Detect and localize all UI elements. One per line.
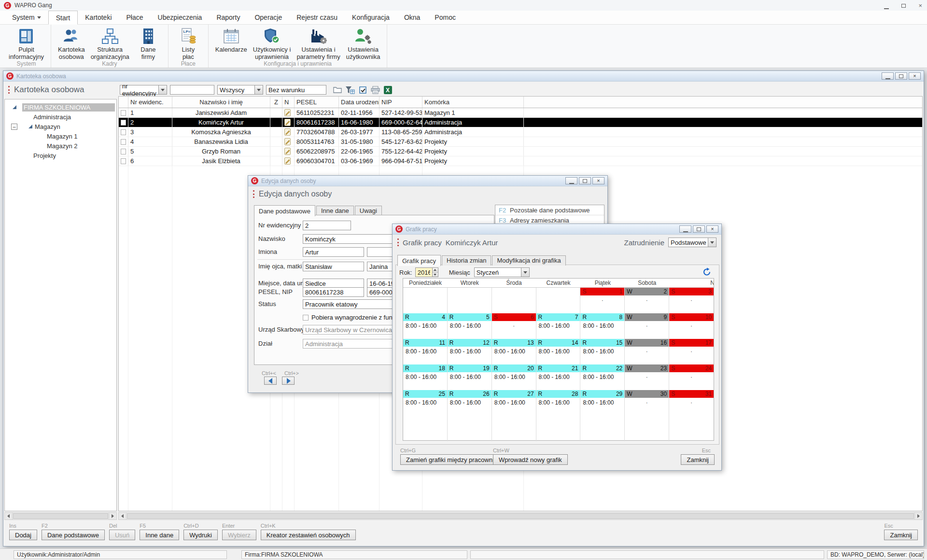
calendar-day-cell[interactable]: R58:00 - 16:00 <box>448 313 492 339</box>
scroll-right-icon[interactable] <box>109 513 116 519</box>
calendar-day-cell[interactable]: R148:00 - 16:00 <box>536 339 581 364</box>
wydruki-button[interactable]: Wydruki <box>183 530 218 540</box>
calendar-day-cell[interactable] <box>536 288 581 313</box>
calendar-day-cell[interactable]: W2· <box>625 288 669 313</box>
prev-record-button[interactable] <box>264 377 277 385</box>
calendar-day-cell[interactable]: W9· <box>625 313 669 339</box>
minimize-icon[interactable] <box>884 2 889 9</box>
excel-icon[interactable]: X <box>382 85 393 94</box>
rok-input[interactable] <box>415 267 433 277</box>
tab-uwagi[interactable]: Uwagi <box>355 206 382 216</box>
fundusz-checkbox[interactable] <box>303 315 309 321</box>
close-icon[interactable]: × <box>918 2 922 9</box>
column-header[interactable]: Nazwisko i imię <box>172 97 270 108</box>
row-checkbox[interactable] <box>121 149 126 154</box>
grafik-zamknij-button[interactable]: Zamknij <box>681 454 715 465</box>
calendar-day-cell[interactable]: W30· <box>625 390 669 416</box>
table-row[interactable]: 1Janiszewski Adam5611025223102-11-195652… <box>119 108 922 118</box>
calendar-day-cell[interactable]: R278:00 - 16:00 <box>492 390 536 416</box>
ribbon-button-ustawienia-i-parametry-firmy[interactable]: Ustawienia iparametry firmy <box>295 26 342 61</box>
ribbon-button-kalendarze[interactable]: Kalendarze <box>213 26 249 54</box>
scroll-thumb[interactable] <box>13 513 108 519</box>
chevron-down-icon[interactable] <box>158 85 167 94</box>
minimize-icon[interactable] <box>565 177 577 184</box>
tree-item-magazyn-1[interactable]: Magazyn 1 <box>5 131 116 141</box>
side-panel-item-f2[interactable]: F2Pozostałe dane podstawowe <box>495 205 604 215</box>
maximize-icon[interactable] <box>895 72 907 80</box>
calendar-day-cell[interactable]: R218:00 - 16:00 <box>536 364 581 390</box>
scroll-left-icon[interactable] <box>119 513 126 519</box>
kartoteka-titlebar[interactable]: G Kartoteka osobowa × <box>3 71 924 82</box>
scroll-right-icon[interactable] <box>914 513 922 519</box>
calendar-day-cell[interactable]: S31· <box>669 390 714 416</box>
chevron-down-icon[interactable] <box>708 238 716 247</box>
table-hscrollbar[interactable] <box>118 512 923 520</box>
filter-icon[interactable] <box>345 85 355 94</box>
column-header[interactable] <box>119 97 128 108</box>
calendar-day-cell[interactable] <box>403 416 448 441</box>
tree-item-projekty[interactable]: Projekty <box>5 151 116 160</box>
imie-ojca-field[interactable] <box>303 262 364 271</box>
ribbon-button-kartoteka-osobowa[interactable]: Kartotekaosobowa <box>56 26 87 61</box>
close-icon[interactable]: × <box>706 225 718 233</box>
column-header[interactable] <box>524 97 922 108</box>
calendar-day-cell[interactable]: S24· <box>669 364 714 390</box>
calendar-day-cell[interactable]: R78:00 - 16:00 <box>536 313 581 339</box>
calendar-day-cell[interactable] <box>580 416 625 441</box>
table-row[interactable]: 3Komoszka Agnieszka7703260478826-03-1977… <box>119 127 922 137</box>
calendar-day-cell[interactable] <box>448 416 492 441</box>
tab-historia-zmian[interactable]: Historia zmian <box>442 255 491 266</box>
calendar-day-cell[interactable]: R188:00 - 16:00 <box>403 364 448 390</box>
column-header[interactable]: Data urodzenia <box>339 97 379 108</box>
calendar-day-cell[interactable]: S6· <box>492 313 536 339</box>
calendar-day-cell[interactable]: R48:00 - 16:00 <box>403 313 448 339</box>
menu-item-kartoteki[interactable]: Kartoteki <box>78 11 119 24</box>
row-checkbox[interactable] <box>121 139 126 145</box>
calendar-day-cell[interactable]: R118:00 - 16:00 <box>403 339 448 364</box>
calendar-day-cell[interactable]: W23· <box>625 364 669 390</box>
table-row[interactable]: 2Komińczyk Artur8006161723816-06-1980669… <box>119 118 922 127</box>
menu-item-raporty[interactable]: Raporty <box>209 11 247 24</box>
calendar-day-cell[interactable]: R298:00 - 16:00 <box>580 390 625 416</box>
scroll-thumb[interactable] <box>127 513 914 519</box>
calendar-day-cell[interactable] <box>492 288 536 313</box>
menu-item-ubezpieczenia[interactable]: Ubezpieczenia <box>151 11 210 24</box>
printer-icon[interactable] <box>370 85 380 94</box>
menu-item-pomoc[interactable]: Pomoc <box>427 11 463 24</box>
close-icon[interactable]: × <box>909 72 921 80</box>
maximize-icon[interactable] <box>901 2 906 9</box>
calendar-day-cell[interactable] <box>448 288 492 313</box>
column-header[interactable]: NIP <box>379 97 422 108</box>
rok-stepper[interactable] <box>433 267 438 277</box>
table-row[interactable]: 4Banaszewska Lidia8005311476331-05-19805… <box>119 137 922 147</box>
filter-scope-dropdown[interactable]: Wszyscy <box>217 85 263 95</box>
column-header[interactable]: N <box>282 97 295 108</box>
checkbox-icon[interactable] <box>357 85 368 94</box>
menu-item-konfiguracja[interactable]: Konfiguracja <box>345 11 397 24</box>
menu-item-system[interactable]: System <box>5 11 48 24</box>
menu-item-start[interactable]: Start <box>48 11 78 25</box>
tab-modyfikacja-dni-grafika[interactable]: Modyfikacja dni grafika <box>492 255 565 266</box>
zatrudnienie-dropdown[interactable]: Podstawowe <box>668 238 716 247</box>
dane-podstawowe-button[interactable]: Dane podstawowe <box>42 530 105 540</box>
ribbon-button-listy-płac[interactable]: LP=Listypłac <box>173 26 203 61</box>
column-header[interactable]: Z <box>270 97 282 108</box>
calendar-day-cell[interactable]: S17· <box>669 339 714 364</box>
ribbon-button-ustawienia-użytkownika[interactable]: Ustawieniaużytkownika <box>344 26 382 61</box>
miesiac-dropdown[interactable]: Styczeń <box>474 267 530 277</box>
table-row[interactable]: 5Grzyb Roman6506220897522-06-1965755-122… <box>119 147 922 156</box>
chevron-down-icon[interactable] <box>254 85 263 94</box>
edit-note-icon[interactable] <box>284 138 291 145</box>
edit-note-icon[interactable] <box>284 128 291 136</box>
table-row[interactable]: 6Jasik Elżbieta6906030470103-06-1969966-… <box>119 156 922 166</box>
dodaj-button[interactable]: Dodaj <box>9 530 37 540</box>
tree-item-magazyn-2[interactable]: Magazyn 2 <box>5 141 116 151</box>
scroll-left-icon[interactable] <box>5 513 13 519</box>
menu-item-rejestr-czasu[interactable]: Rejestr czasu <box>289 11 345 24</box>
row-checkbox[interactable] <box>121 158 126 164</box>
column-header[interactable]: PESEL <box>295 97 339 108</box>
edit-note-icon[interactable] <box>284 148 291 155</box>
ribbon-button-użytkownicy-i-uprawnienia[interactable]: Użytkownicy iuprawnienia <box>251 26 293 61</box>
calendar-day-cell[interactable] <box>625 416 669 441</box>
calendar-day-cell[interactable]: R128:00 - 16:00 <box>448 339 492 364</box>
